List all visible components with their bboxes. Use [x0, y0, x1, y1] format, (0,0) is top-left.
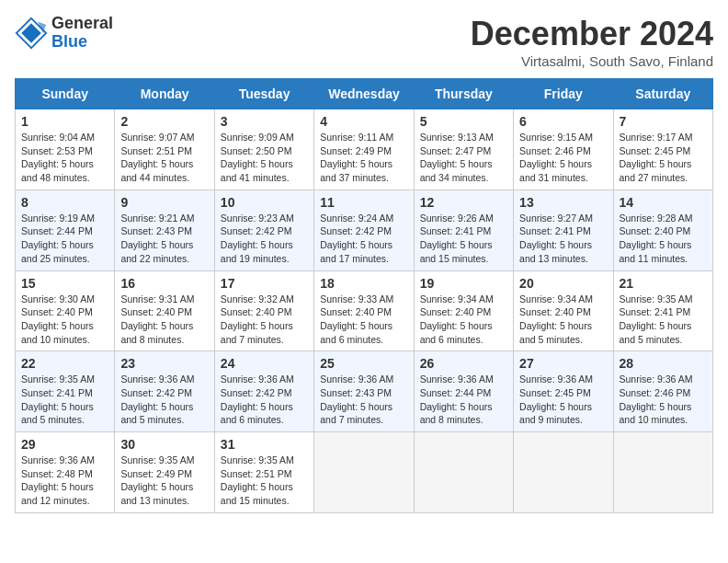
logo-general-text: General — [51, 15, 113, 33]
header-thursday: Thursday — [414, 79, 513, 109]
day-14: 14 Sunrise: 9:28 AMSunset: 2:40 PMDaylig… — [613, 190, 712, 270]
empty-cell-1 — [314, 432, 414, 513]
day-4: 4 Sunrise: 9:11 AMSunset: 2:49 PMDayligh… — [314, 109, 414, 190]
calendar-header-row: Sunday Monday Tuesday Wednesday Thursday… — [16, 79, 713, 109]
day-13: 13 Sunrise: 9:27 AMSunset: 2:41 PMDaylig… — [514, 190, 613, 270]
logo-icon — [15, 17, 48, 50]
day-25: 25 Sunrise: 9:36 AMSunset: 2:43 PMDaylig… — [314, 351, 414, 432]
week-row-1: 1 Sunrise: 9:04 AMSunset: 2:53 PMDayligh… — [16, 109, 713, 190]
day-22: 22 Sunrise: 9:35 AMSunset: 2:41 PMDaylig… — [16, 351, 115, 432]
day-15: 15 Sunrise: 9:30 AMSunset: 2:40 PMDaylig… — [16, 270, 115, 351]
day-27: 27 Sunrise: 9:36 AMSunset: 2:45 PMDaylig… — [514, 351, 613, 432]
empty-cell-2 — [414, 432, 513, 513]
day-30: 30 Sunrise: 9:35 AMSunset: 2:49 PMDaylig… — [115, 432, 214, 513]
header-saturday: Saturday — [613, 79, 712, 109]
day-20: 20 Sunrise: 9:34 AMSunset: 2:40 PMDaylig… — [514, 270, 613, 351]
header-monday: Monday — [115, 79, 214, 109]
calendar-table: Sunday Monday Tuesday Wednesday Thursday… — [15, 78, 713, 513]
day-7: 7 Sunrise: 9:17 AMSunset: 2:45 PMDayligh… — [613, 109, 712, 190]
day-31: 31 Sunrise: 9:35 AMSunset: 2:51 PMDaylig… — [214, 432, 313, 513]
week-row-4: 22 Sunrise: 9:35 AMSunset: 2:41 PMDaylig… — [16, 351, 713, 432]
empty-cell-4 — [613, 432, 712, 513]
day-5: 5 Sunrise: 9:13 AMSunset: 2:47 PMDayligh… — [414, 109, 513, 190]
day-28: 28 Sunrise: 9:36 AMSunset: 2:46 PMDaylig… — [613, 351, 712, 432]
day-11: 11 Sunrise: 9:24 AMSunset: 2:42 PMDaylig… — [314, 190, 414, 270]
day-17: 17 Sunrise: 9:32 AMSunset: 2:40 PMDaylig… — [214, 270, 313, 351]
day-18: 18 Sunrise: 9:33 AMSunset: 2:40 PMDaylig… — [314, 270, 414, 351]
day-16: 16 Sunrise: 9:31 AMSunset: 2:40 PMDaylig… — [115, 270, 214, 351]
day-3: 3 Sunrise: 9:09 AMSunset: 2:50 PMDayligh… — [214, 109, 313, 190]
week-row-5: 29 Sunrise: 9:36 AMSunset: 2:48 PMDaylig… — [16, 432, 713, 513]
week-row-3: 15 Sunrise: 9:30 AMSunset: 2:40 PMDaylig… — [16, 270, 713, 351]
month-title: December 2024 — [471, 15, 713, 53]
day-23: 23 Sunrise: 9:36 AMSunset: 2:42 PMDaylig… — [115, 351, 214, 432]
empty-cell-3 — [514, 432, 613, 513]
header-friday: Friday — [514, 79, 613, 109]
header-sunday: Sunday — [16, 79, 115, 109]
header: General Blue December 2024 Virtasalmi, S… — [15, 15, 713, 69]
day-21: 21 Sunrise: 9:35 AMSunset: 2:41 PMDaylig… — [613, 270, 712, 351]
header-tuesday: Tuesday — [214, 79, 313, 109]
day-19: 19 Sunrise: 9:34 AMSunset: 2:40 PMDaylig… — [414, 270, 513, 351]
day-29: 29 Sunrise: 9:36 AMSunset: 2:48 PMDaylig… — [16, 432, 115, 513]
day-9: 9 Sunrise: 9:21 AMSunset: 2:43 PMDayligh… — [115, 190, 214, 270]
title-area: December 2024 Virtasalmi, South Savo, Fi… — [471, 15, 713, 69]
logo-text: General Blue — [51, 15, 113, 52]
logo-blue-text: Blue — [51, 33, 113, 52]
day-24: 24 Sunrise: 9:36 AMSunset: 2:42 PMDaylig… — [214, 351, 313, 432]
header-wednesday: Wednesday — [314, 79, 414, 109]
day-12: 12 Sunrise: 9:26 AMSunset: 2:41 PMDaylig… — [414, 190, 513, 270]
logo: General Blue — [15, 15, 113, 52]
day-10: 10 Sunrise: 9:23 AMSunset: 2:42 PMDaylig… — [214, 190, 313, 270]
location-subtitle: Virtasalmi, South Savo, Finland — [471, 53, 713, 69]
day-26: 26 Sunrise: 9:36 AMSunset: 2:44 PMDaylig… — [414, 351, 513, 432]
day-6: 6 Sunrise: 9:15 AMSunset: 2:46 PMDayligh… — [514, 109, 613, 190]
week-row-2: 8 Sunrise: 9:19 AMSunset: 2:44 PMDayligh… — [16, 190, 713, 270]
day-8: 8 Sunrise: 9:19 AMSunset: 2:44 PMDayligh… — [16, 190, 115, 270]
day-2: 2 Sunrise: 9:07 AMSunset: 2:51 PMDayligh… — [115, 109, 214, 190]
day-1: 1 Sunrise: 9:04 AMSunset: 2:53 PMDayligh… — [16, 109, 115, 190]
